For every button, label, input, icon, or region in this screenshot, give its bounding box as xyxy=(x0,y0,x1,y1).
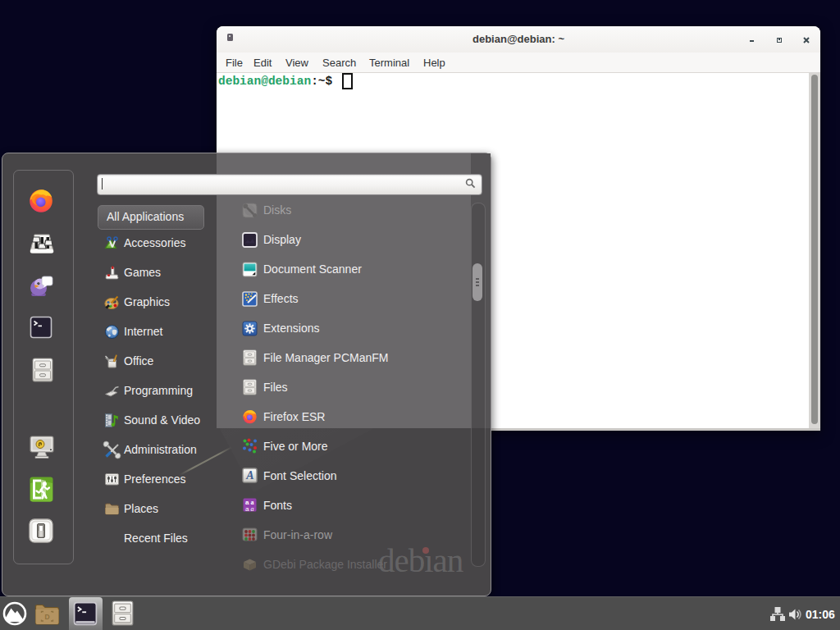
svg-text:a: a xyxy=(245,505,249,513)
svg-text:A: A xyxy=(245,469,253,482)
svg-text:D: D xyxy=(44,613,49,621)
svg-text:a: a xyxy=(251,505,254,513)
